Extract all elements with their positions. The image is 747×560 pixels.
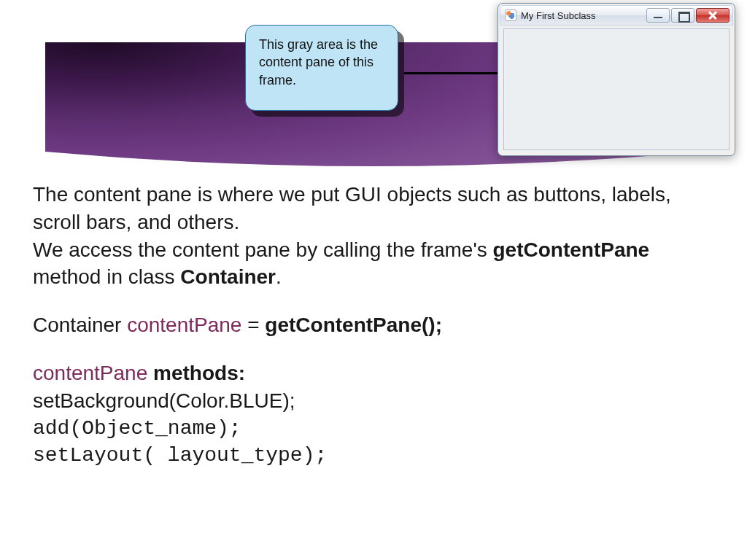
content-pane xyxy=(503,28,729,150)
methods-header: contentPane methods: xyxy=(33,359,704,387)
method-2: add(Object_name); xyxy=(33,415,704,443)
java-window: My First Subclass xyxy=(498,3,735,156)
callout: This gray area is the content pane of th… xyxy=(245,25,404,114)
declaration-line: Container contentPane = getContentPane()… xyxy=(33,311,704,339)
titlebar[interactable]: My First Subclass xyxy=(500,5,733,26)
method-1: setBackground(Color.BLUE); xyxy=(33,387,704,415)
method-3: setLayout( layout_type); xyxy=(33,442,704,470)
paragraph-1: The content pane is where we put GUI obj… xyxy=(33,181,704,291)
minimize-button[interactable] xyxy=(646,8,670,23)
slide-body: The content pane is where we put GUI obj… xyxy=(33,181,704,470)
java-icon xyxy=(505,9,516,21)
maximize-button[interactable] xyxy=(671,8,694,23)
window-title: My First Subclass xyxy=(521,10,646,21)
callout-text: This gray area is the content pane of th… xyxy=(245,25,398,111)
close-button[interactable] xyxy=(696,8,729,23)
